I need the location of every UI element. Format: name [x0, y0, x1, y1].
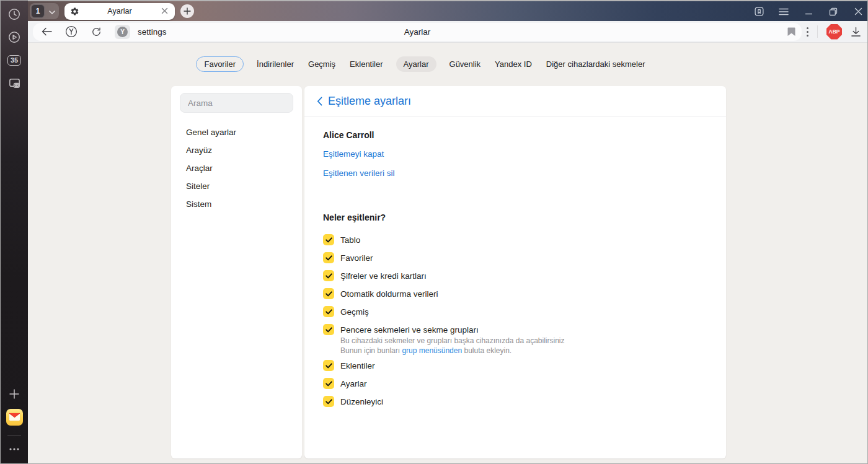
back-icon[interactable] — [40, 27, 53, 36]
group-menu-link[interactable]: grup menüsünden — [402, 346, 462, 355]
settings-page: Favoriler İndirilenler Geçmiş Eklentiler… — [28, 43, 867, 463]
tab-strip: 1 Ayarlar — [28, 1, 867, 21]
checkbox-checked-icon[interactable] — [323, 324, 334, 335]
rail-divider — [7, 435, 21, 436]
delete-synced-data-link[interactable]: Eşitlenen verileri sil — [323, 169, 395, 178]
tab-indirilenler[interactable]: İndirilenler — [255, 56, 295, 72]
tab-gecmis[interactable]: Geçmiş — [307, 56, 337, 72]
sidebar-item-siteler[interactable]: Siteler — [180, 177, 293, 195]
tab-counter-button[interactable]: 1 — [30, 3, 59, 19]
sidebar-item-genel-ayarlar[interactable]: Genel ayarlar — [180, 123, 293, 141]
sync-item-otomatik-doldurma[interactable]: Otomatik doldurma verileri — [323, 288, 707, 299]
close-icon[interactable] — [852, 6, 864, 17]
tab-favoriler[interactable]: Favoriler — [196, 56, 244, 72]
refresh-icon[interactable] — [90, 27, 102, 37]
sync-header: Eşitleme ayarları — [304, 86, 726, 116]
bookmark-icon[interactable] — [787, 27, 795, 37]
screen-capture-icon[interactable] — [6, 74, 23, 92]
yandex-favicon-glyph: Y — [117, 27, 128, 37]
sync-item-pencere-sekmeleri[interactable]: Pencere sekmeleri ve sekme grupları — [323, 324, 707, 335]
url-text[interactable]: settings — [138, 27, 167, 37]
description-line2-suffix: buluta ekleyin. — [462, 346, 512, 355]
checkbox-label: Ayarlar — [340, 379, 367, 388]
sync-item-description: Bu cihazdaki sekmeler ve grupları başka … — [340, 336, 707, 356]
downloads-icon[interactable] — [851, 27, 861, 37]
checkbox-label: Tablo — [340, 235, 360, 245]
tab-count-badge-label: 35 — [7, 55, 21, 66]
add-panel-icon[interactable] — [6, 385, 23, 403]
sync-item-gecmis[interactable]: Geçmiş — [323, 306, 707, 317]
description-line1: Bu cihazdaki sekmeler ve grupları başka … — [340, 336, 565, 345]
sync-settings-card: Eşitleme ayarları Alice Carroll Eşitleme… — [304, 86, 726, 458]
back-chevron-icon[interactable] — [317, 97, 322, 106]
tab-eklentiler[interactable]: Eklentiler — [348, 56, 384, 72]
new-tab-button[interactable] — [180, 4, 194, 18]
checkbox-checked-icon[interactable] — [323, 306, 334, 317]
yandex-services-icon[interactable] — [65, 25, 78, 38]
sidebar-item-araclar[interactable]: Araçlar — [180, 159, 293, 177]
browser-tab-ayarlar[interactable]: Ayarlar — [64, 3, 175, 20]
browser-main-column: 1 Ayarlar — [28, 1, 867, 463]
description-line2-prefix: Bunun için bunları — [340, 346, 402, 355]
checkbox-label: Favoriler — [340, 253, 373, 263]
side-rail: 35 — [1, 1, 28, 463]
account-name: Alice Carroll — [323, 130, 707, 140]
checkbox-checked-icon[interactable] — [323, 234, 334, 245]
yandex-mail-icon[interactable] — [6, 408, 23, 426]
sync-item-sifreler[interactable]: Şifreler ve kredi kartları — [323, 270, 707, 281]
toolbar-divider — [817, 25, 818, 38]
browser-window: 35 — [0, 0, 868, 464]
side-panel-toggle-icon[interactable] — [753, 6, 764, 17]
checkbox-label: Düzenleyici — [340, 397, 383, 406]
search-input[interactable] — [180, 93, 293, 113]
sync-body: Alice Carroll Eşitlemeyi kapat Eşitlenen… — [304, 116, 726, 414]
site-favicon: Y — [115, 25, 130, 39]
sync-item-ayarlar[interactable]: Ayarlar — [323, 378, 707, 389]
checkbox-checked-icon[interactable] — [323, 396, 334, 407]
history-icon[interactable] — [6, 6, 23, 23]
checkbox-checked-icon[interactable] — [323, 252, 334, 263]
kebab-menu-icon[interactable] — [807, 27, 808, 37]
checkbox-checked-icon[interactable] — [323, 270, 334, 281]
all-tabs-count-badge[interactable]: 35 — [6, 51, 23, 69]
settings-top-nav: Favoriler İndirilenler Geçmiş Eklentiler… — [144, 56, 699, 72]
tab-close-icon[interactable] — [160, 6, 169, 17]
tab-guvenlik[interactable]: Güvenlik — [448, 56, 482, 72]
toolbar-right-cluster: ABP — [807, 24, 861, 40]
window-controls — [753, 1, 864, 22]
sync-item-tablo[interactable]: Tablo — [323, 234, 707, 245]
tab-ayarlar[interactable]: Ayarlar — [396, 56, 436, 72]
checkbox-label: Pencere sekmeleri ve sekme grupları — [340, 325, 479, 335]
sync-item-duzenleyici[interactable]: Düzenleyici — [323, 396, 707, 407]
gear-icon — [70, 7, 79, 16]
settings-nav-list: Genel ayarlar Arayüz Araçlar Siteler Sis… — [180, 123, 293, 213]
checkbox-label: Şifreler ve kredi kartları — [340, 271, 427, 281]
checkbox-checked-icon[interactable] — [323, 378, 334, 389]
sync-item-eklentiler[interactable]: Eklentiler — [323, 360, 707, 371]
sidebar-item-sistem[interactable]: Sistem — [180, 195, 293, 213]
disable-sync-link[interactable]: Eşitlemeyi kapat — [323, 149, 384, 159]
adblock-plus-badge[interactable]: ABP — [826, 24, 842, 40]
checkbox-label: Geçmiş — [340, 307, 369, 317]
section-title: Neler eşitlenir? — [323, 212, 707, 222]
tab-diger-cihazlar[interactable]: Diğer cihazlardaki sekmeler — [545, 56, 647, 72]
sync-item-favoriler[interactable]: Favoriler — [323, 252, 707, 263]
restore-icon[interactable] — [828, 6, 839, 17]
play-panel-icon[interactable] — [6, 28, 23, 46]
menu-icon[interactable] — [778, 6, 789, 17]
rail-more-icon[interactable] — [6, 440, 23, 458]
tab-yandex-id[interactable]: Yandex ID — [494, 56, 533, 72]
chevron-down-icon — [49, 6, 55, 17]
toolbar: Y settings Ayarlar ABP — [28, 21, 867, 43]
settings-nav-card: Genel ayarlar Arayüz Araçlar Siteler Sis… — [171, 86, 302, 458]
checkbox-checked-icon[interactable] — [323, 360, 334, 371]
tab-counter-value: 1 — [31, 4, 45, 18]
checkbox-checked-icon[interactable] — [323, 288, 334, 299]
minimize-icon[interactable] — [803, 6, 814, 17]
checkbox-label: Otomatik doldurma verileri — [340, 289, 438, 299]
sidebar-item-arayuz[interactable]: Arayüz — [180, 141, 293, 159]
address-bar[interactable]: Y settings Ayarlar — [33, 23, 802, 41]
mail-app-tile — [6, 409, 23, 426]
page-title[interactable]: Eşitleme ayarları — [328, 95, 411, 108]
checkbox-label: Eklentiler — [340, 361, 375, 370]
